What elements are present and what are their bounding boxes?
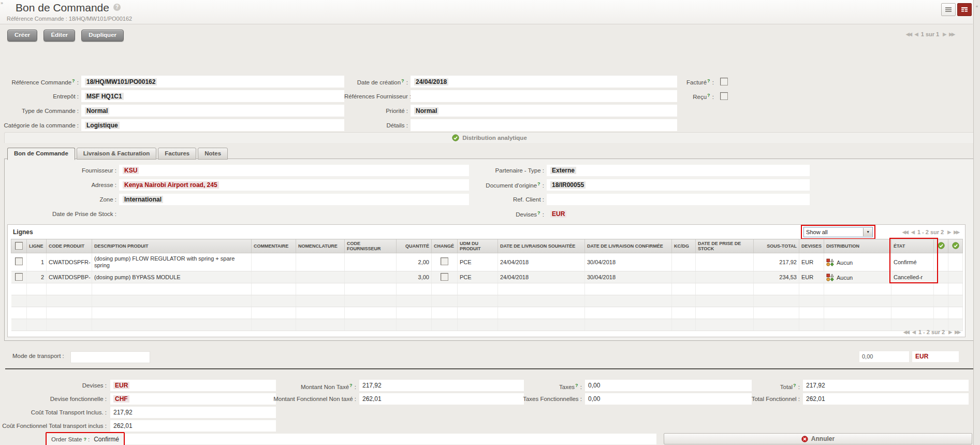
devises-total-value[interactable]: EUR: [113, 382, 129, 389]
transport-amount-field[interactable]: 0,00: [859, 351, 909, 362]
col-date-livraison-confirmee[interactable]: DATE DE LIVRAISON CONFIRMÉE: [585, 239, 672, 253]
table-row[interactable]: 2 CWATDOSPBP- (dosing pump) BYPASS MODUL…: [11, 271, 963, 283]
adresse-field[interactable]: Kenya Nairobi Airport road, 245: [119, 179, 469, 191]
adresse-value[interactable]: Kenya Nairobi Airport road, 245: [123, 181, 219, 189]
document-origine-field[interactable]: 18/IR00055: [547, 179, 810, 191]
date-prise-stock-field[interactable]: [119, 208, 469, 220]
col-sous-total[interactable]: SOUS-TOTAL: [754, 239, 799, 253]
table-row[interactable]: 1 CWATDOSPFR- (dosing pump) FLOW REGULAT…: [11, 253, 963, 271]
lines-pager-last-icon[interactable]: ▶▶: [954, 229, 959, 235]
row-checkbox[interactable]: [15, 257, 23, 265]
sidebar-collapse-icon[interactable]: «: [974, 4, 980, 9]
devises-value[interactable]: EUR: [550, 210, 566, 218]
change-checkbox[interactable]: [441, 257, 448, 265]
total-help-icon[interactable]: ?: [793, 383, 796, 388]
devises-help-icon[interactable]: ?: [537, 210, 540, 216]
categorie-field[interactable]: Logistique: [81, 119, 344, 131]
total-field[interactable]: 217,92: [803, 380, 969, 391]
tab-bon-de-commande[interactable]: Bon de Commande: [7, 148, 75, 160]
transport-currency-value[interactable]: EUR: [915, 353, 928, 360]
zone-field[interactable]: International: [119, 194, 469, 205]
facture-help-icon[interactable]: ?: [707, 78, 710, 83]
cancel-button[interactable]: Annuler: [664, 433, 972, 444]
lines-pager-last-icon[interactable]: ▶▶: [955, 329, 960, 335]
sidebar-expand-icon[interactable]: »: [1, 1, 3, 6]
cout-fonctionnel-field[interactable]: 262,01: [110, 420, 276, 432]
priorite-field[interactable]: Normal: [411, 105, 677, 117]
lines-pager-prev-icon[interactable]: ◀: [912, 329, 915, 335]
analytic-distribution-button[interactable]: Distribution analytique: [4, 132, 975, 143]
cout-total-field[interactable]: 217,92: [110, 407, 276, 418]
reference-help-icon[interactable]: ?: [72, 78, 75, 83]
col-date-prise-stock[interactable]: DATE DE PRISE DE STOCK: [696, 239, 754, 253]
devise-fonctionnelle-value[interactable]: CHF: [113, 395, 129, 403]
col-code-fournisseur[interactable]: CODE FOURNISSEUR: [345, 239, 397, 253]
change-checkbox[interactable]: [441, 273, 448, 281]
pager-prev-icon[interactable]: ◀: [915, 32, 917, 37]
lines-pager-next-icon[interactable]: ▶: [947, 229, 950, 235]
cell-distribution[interactable]: Aucun: [824, 253, 891, 271]
header-validate-1[interactable]: [934, 239, 948, 253]
tab-livraison-facturation[interactable]: Livraison & Facturation: [77, 148, 156, 160]
total-fonctionnel-field[interactable]: 262,01: [803, 393, 969, 405]
row-checkbox[interactable]: [15, 273, 23, 281]
pager-next-icon[interactable]: ▶: [943, 32, 945, 37]
facture-checkbox[interactable]: [720, 78, 728, 85]
col-etat[interactable]: ÉTAT: [891, 239, 934, 253]
select-all-checkbox[interactable]: [15, 242, 23, 250]
document-origine-help-icon[interactable]: ?: [537, 181, 540, 186]
partenaire-type-field[interactable]: Externe: [547, 165, 810, 176]
references-fournisseur-field[interactable]: [411, 90, 677, 102]
transport-input[interactable]: [70, 351, 150, 363]
tab-factures[interactable]: Factures: [158, 148, 196, 160]
col-kcdg[interactable]: KC/DG: [672, 239, 696, 253]
taxes-help-icon[interactable]: ?: [575, 383, 578, 388]
recu-help-icon[interactable]: ?: [707, 93, 710, 98]
col-ligne[interactable]: LIGNE: [27, 239, 47, 253]
devises-field[interactable]: EUR: [547, 208, 810, 220]
right-sidebar-strip[interactable]: «: [973, 0, 980, 445]
pager-last-icon[interactable]: ▶▶: [949, 32, 954, 37]
col-commentaire[interactable]: COMMENTAIRE: [252, 239, 296, 253]
ref-client-field[interactable]: [547, 194, 810, 205]
create-button[interactable]: Créer: [7, 30, 37, 41]
col-distribution[interactable]: DISTRIBUTION: [824, 239, 891, 253]
col-devises[interactable]: DEVISES: [799, 239, 824, 253]
col-description[interactable]: DESCRIPTION PRODUIT: [92, 239, 252, 253]
fournisseur-value[interactable]: KSU: [123, 167, 139, 174]
col-change[interactable]: CHANGÉ: [432, 239, 458, 253]
lines-pager-next-icon[interactable]: ▶: [948, 329, 951, 335]
tab-notes[interactable]: Notes: [198, 148, 228, 160]
date-creation-field[interactable]: 24/04/2018: [411, 76, 677, 88]
type-commande-field[interactable]: Normal: [81, 105, 344, 117]
title-help-icon[interactable]: ?: [113, 4, 121, 11]
montant-help-icon[interactable]: ?: [349, 383, 353, 388]
details-field[interactable]: [411, 119, 677, 131]
date-creation-help-icon[interactable]: ?: [401, 78, 404, 83]
recu-checkbox[interactable]: [720, 92, 728, 100]
pager-first-icon[interactable]: ◀◀: [906, 32, 911, 37]
col-code-produit[interactable]: CODE PRODUIT: [47, 239, 92, 253]
form-view-button[interactable]: [957, 3, 972, 16]
reference-field[interactable]: 18/HQ/MW101/PO00162: [81, 76, 344, 88]
lines-pager-prev-icon[interactable]: ◀: [911, 229, 914, 235]
duplicate-button[interactable]: Dupliquer: [81, 30, 124, 41]
col-nomenclature[interactable]: NOMENCLATURE: [296, 239, 345, 253]
col-udm[interactable]: UDM DU PRODUIT: [458, 239, 498, 253]
chevron-down-icon[interactable]: ▼: [863, 228, 872, 236]
order-state-help-icon[interactable]: ?: [83, 437, 86, 442]
edit-button[interactable]: Éditer: [43, 30, 75, 41]
cell-distribution[interactable]: Aucun: [824, 271, 891, 283]
fournisseur-field[interactable]: KSU: [119, 165, 469, 176]
order-state-annotation-box: Order State? : Confirmé: [46, 432, 125, 445]
col-quantite[interactable]: QUANTITÉ: [397, 239, 432, 253]
line-filter-select[interactable]: Show all ▼: [803, 227, 873, 237]
recu-label: Reçu? :: [677, 93, 716, 100]
lines-pager-first-icon[interactable]: ◀◀: [903, 329, 909, 335]
header-validate-2[interactable]: [948, 239, 963, 253]
col-date-livraison-souhaitee[interactable]: DATE DE LIVRAISON SOUHAITÉE: [498, 239, 585, 253]
entrepot-field[interactable]: MSF HQ1C1: [81, 90, 344, 102]
lines-pager-first-icon[interactable]: ◀◀: [902, 229, 908, 235]
categorie-value: Logistique: [85, 122, 120, 129]
list-view-button[interactable]: [941, 3, 956, 16]
